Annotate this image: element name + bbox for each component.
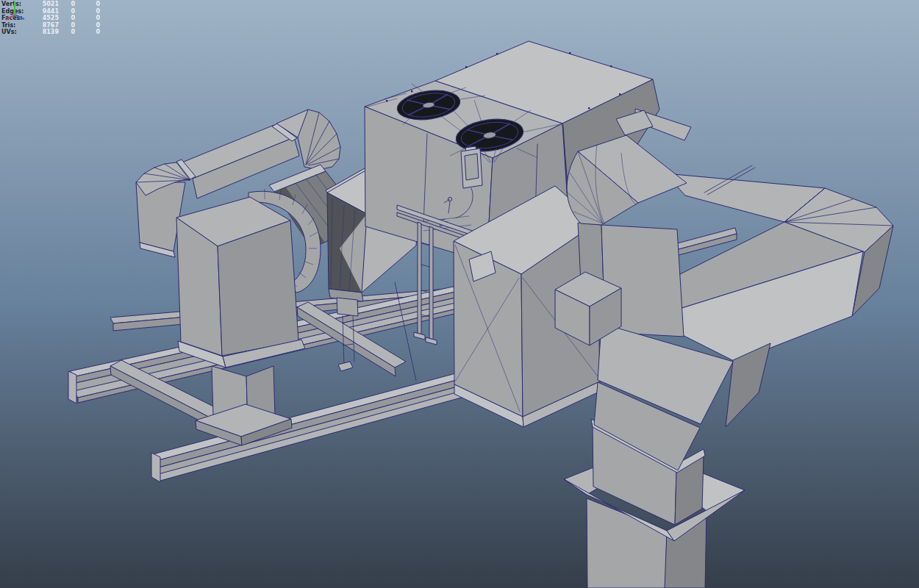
control-box[interactable] xyxy=(461,146,482,188)
hud-selected: 0 xyxy=(60,8,75,15)
hud-selected: 0 xyxy=(60,15,75,22)
viewport-3d-scene[interactable] xyxy=(0,0,919,588)
hud-component: 0 xyxy=(82,22,100,29)
hud-total: 9441 xyxy=(35,8,59,15)
x-axis-icon xyxy=(6,15,15,20)
hud-component: 0 xyxy=(82,1,100,8)
hud-selected: 0 xyxy=(60,29,75,36)
hud-selected: 0 xyxy=(60,1,75,8)
hud-row-uvs: UVs: 8139 0 0 xyxy=(1,29,126,36)
hud-label: Tris: xyxy=(1,22,35,29)
hud-total: 8139 xyxy=(35,29,59,36)
hud-total: 8767 xyxy=(35,22,59,29)
hud-selected: 0 xyxy=(60,22,75,29)
hud-component: 0 xyxy=(82,8,100,15)
hud-component: 0 xyxy=(82,15,100,22)
axis-gizmo-icon xyxy=(1,0,31,21)
hud-total: 5021 xyxy=(35,1,59,8)
maya-viewport[interactable]: Verts: 5021 0 0 Edges: 9441 0 0 Faces: 4… xyxy=(0,0,919,588)
z-axis-icon xyxy=(15,15,24,19)
hud-component: 0 xyxy=(82,29,100,36)
hud-row-tris: Tris: 8767 0 0 xyxy=(1,22,126,29)
hud-label: UVs: xyxy=(1,29,35,36)
hud-total: 4525 xyxy=(35,15,59,22)
